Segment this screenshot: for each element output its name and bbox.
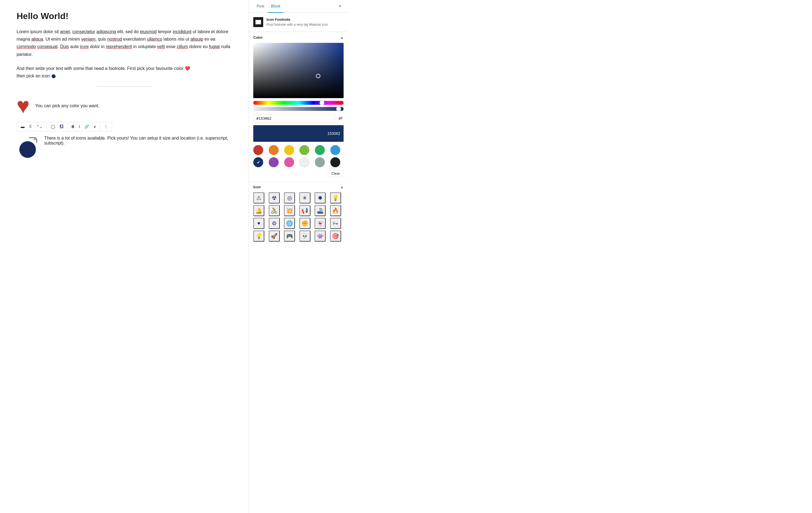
icon-fire[interactable]: 🔥 [330,205,341,216]
toolbar-sep-1 [47,123,47,130]
swatch-lime[interactable] [299,145,309,155]
drag-button[interactable]: ⠿ [27,123,33,130]
icon-fist[interactable]: ✊ [299,218,311,229]
color-settings-button[interactable]: ⇌ [337,114,344,123]
body-paragraph-2: And then write your text with some that … [17,65,232,80]
body-paragraph-1: Lorem ipsum dolor sit amet, consectetur … [17,28,232,58]
icon-grid: ⚠ ☢ ◎ ✳ ✱ 💡 🔔 🚴 💥 📢 🚢 🔥 ♥ ⚙ 🌐 ✊ 👻 🗝 💡 🚀 … [253,192,344,242]
block-info-text: Icon Footnote Post footnote with a very … [266,18,344,27]
icon-circle-target[interactable]: ◎ [284,192,295,204]
link-adipiscing[interactable]: adipiscing [96,29,116,34]
bomb-icon-container: ✷ [17,136,39,158]
icon-explosion[interactable]: 💥 [284,205,295,216]
icon-section-title: Icon [253,185,261,189]
bold-button[interactable]: B [70,123,76,130]
icon-globe[interactable]: 🌐 [284,218,295,229]
icon-chevron-icon: ▲ [340,185,344,189]
link-cillum[interactable]: cillum [177,44,188,49]
hue-slider-thumb [320,100,324,105]
icon-radioactive[interactable]: ☢ [269,192,280,204]
swatch-yellow[interactable] [284,145,294,155]
swatch-dark-blue[interactable] [253,157,263,167]
icon-lightbulb-outline[interactable]: 💡 [330,192,341,204]
icon-bell[interactable]: 🔔 [253,205,264,216]
link-button[interactable]: 🔗 [83,123,91,130]
color-preview: 153062 [253,125,344,142]
icon-ship[interactable]: 🚢 [315,205,326,216]
icon-alien[interactable]: 👾 [315,231,326,242]
swatch-orange[interactable] [269,145,279,155]
alpha-slider[interactable] [253,107,344,111]
link-aliqua[interactable]: aliqua [31,37,43,42]
link-irure[interactable]: irure [80,44,89,49]
toolbar-sep-3 [100,123,100,130]
link-amet[interactable]: amet [60,29,70,34]
heart-block: ♥ You can pick any color you want. [17,92,232,120]
formatting-toolbar: ▬ ⠿ ⌃⌄ ◯ ⛾ B I 🔗 ∨ ⋮ [17,122,112,131]
more-options-button[interactable]: ⋮ [103,123,110,130]
icon-asterisk[interactable]: ✳ [299,192,311,204]
link-nostrud[interactable]: nostrud [107,37,122,42]
link-duis[interactable]: Duis [60,44,69,49]
clear-color-button[interactable]: Clear [328,170,344,177]
icon-rocket[interactable]: 🚀 [269,231,280,242]
icon-key[interactable]: 🗝 [330,218,341,229]
icon-section-header[interactable]: Icon ▲ [249,181,348,192]
link-consequat[interactable]: consequat [37,44,58,49]
swatch-blue[interactable] [330,145,340,155]
block-type-button[interactable]: ▬ [19,123,26,130]
panel-close-button[interactable]: × [336,2,344,10]
icon-lightbulb[interactable]: 💡 [253,231,264,242]
move-button[interactable]: ⌃⌄ [34,123,45,130]
swatch-gray[interactable] [315,157,325,167]
swatch-red[interactable] [253,145,263,155]
icon-ghost[interactable]: 👻 [315,218,326,229]
color-button[interactable]: ◯ [49,123,57,130]
link-veniam[interactable]: veniam [81,37,95,42]
link-consectetur[interactable]: consectetur [72,29,95,34]
swatch-purple[interactable] [269,157,279,167]
color-picker-area: ⇌ 153062 Clear [249,43,348,181]
icon-megaphone[interactable]: 📢 [299,205,311,216]
more-rich-button[interactable]: ∨ [92,123,98,130]
link-reprehenderit[interactable]: reprehenderit [106,44,132,49]
main-content: Hello World! Lorem ipsum dolor sit amet,… [0,0,249,513]
hue-slider[interactable] [253,101,344,105]
link-ullamco[interactable]: ullamco [147,37,162,42]
swatch-black[interactable] [330,157,340,167]
icon-button[interactable]: ⛾ [58,123,65,130]
icon-heart[interactable]: ♥ [253,218,264,229]
link-incididunt[interactable]: incididunt [173,29,192,34]
link-velit[interactable]: velit [157,44,165,49]
block-info: Icon Footnote Post footnote with a very … [249,13,348,32]
icon-skull[interactable]: 💀 [299,231,311,242]
swatch-light-gray[interactable] [299,157,309,167]
block-icon-inner [256,20,261,24]
color-gradient-thumb [316,74,320,78]
icon-target[interactable]: 🎯 [330,231,341,242]
icon-section: ⚠ ☢ ◎ ✳ ✱ 💡 🔔 🚴 💥 📢 🚢 🔥 ♥ ⚙ 🌐 ✊ 👻 🗝 💡 🚀 … [249,192,348,246]
icon-gear[interactable]: ⚙ [269,218,280,229]
color-section-header[interactable]: Color ▲ [249,32,348,43]
link-fugiat[interactable]: fugiat [209,44,220,49]
hex-row: ⇌ [253,114,344,123]
link-eiusmod[interactable]: eiusmod [140,29,156,34]
page-title: Hello World! [17,11,232,21]
icon-star8[interactable]: ✱ [315,192,326,204]
color-chevron-icon: ▲ [340,36,344,39]
alpha-slider-thumb [336,106,341,111]
hex-input[interactable] [253,114,335,123]
swatch-pink[interactable] [284,157,294,167]
icon-bicycle[interactable]: 🚴 [269,205,280,216]
link-aliquip[interactable]: aliquip [191,37,203,42]
link-commodo[interactable]: commodo [17,44,36,49]
bomb-spark: ✷ [32,136,37,143]
icon-gamepad[interactable]: 🎮 [284,231,295,242]
italic-button[interactable]: I [77,123,82,130]
color-preview-value: 153062 [327,131,340,136]
color-gradient-picker[interactable] [253,43,344,98]
icon-warning[interactable]: ⚠ [253,192,264,204]
tab-block[interactable]: Block [268,0,284,13]
tab-post[interactable]: Post [253,0,268,13]
swatch-green[interactable] [315,145,325,155]
